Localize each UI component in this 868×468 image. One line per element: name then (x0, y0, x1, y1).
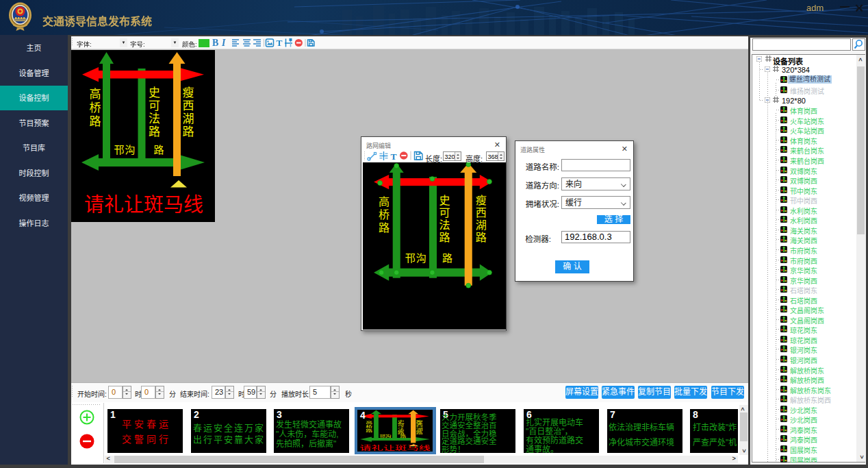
svg-text:西: 西 (476, 206, 487, 219)
svg-text:请礼让斑马线: 请礼让斑马线 (359, 445, 431, 452)
svg-text:路: 路 (476, 231, 487, 243)
svg-text:路: 路 (439, 231, 450, 243)
svg-text:邗: 邗 (405, 252, 416, 264)
svg-text:路: 路 (442, 252, 452, 264)
svg-text:可: 可 (439, 206, 450, 219)
svg-text:路: 路 (400, 434, 407, 439)
svg-text:路: 路 (416, 430, 423, 434)
svg-text:路: 路 (379, 221, 390, 234)
svg-text:T: T (277, 38, 283, 48)
svg-text:可: 可 (398, 423, 405, 428)
svg-text:B: B (212, 38, 218, 48)
svg-text:桥: 桥 (379, 208, 390, 221)
svg-text:湖: 湖 (416, 428, 423, 432)
svg-text:路: 路 (366, 428, 372, 432)
svg-text:T: T (391, 151, 397, 162)
svg-text:高: 高 (379, 195, 390, 208)
svg-text:桥: 桥 (366, 424, 372, 428)
svg-text:邗沟: 邗沟 (379, 434, 392, 439)
svg-text:瘦: 瘦 (476, 194, 487, 206)
svg-text:法: 法 (439, 219, 450, 231)
svg-text:法: 法 (398, 427, 405, 431)
svg-text:高: 高 (366, 420, 372, 424)
svg-text:路: 路 (398, 430, 405, 434)
svg-text:西: 西 (416, 423, 423, 428)
svg-text:沟: 沟 (416, 252, 426, 264)
svg-text:I: I (221, 38, 226, 48)
svg-text:史: 史 (439, 194, 450, 206)
svg-text:史: 史 (398, 419, 405, 423)
svg-text:瘦: 瘦 (416, 419, 423, 423)
svg-text:湖: 湖 (476, 219, 487, 231)
